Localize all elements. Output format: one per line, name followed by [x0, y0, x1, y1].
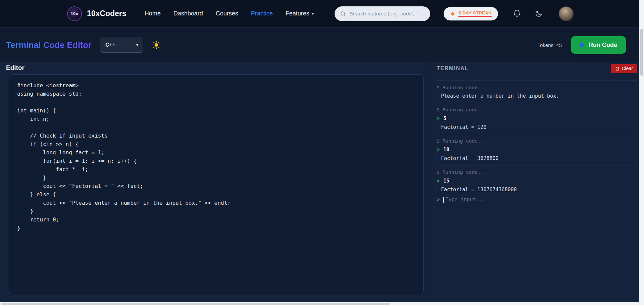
clear-terminal-label: Clear: [622, 66, 633, 71]
nav-item-dashboard[interactable]: Dashboard: [174, 10, 203, 17]
terminal-input-row[interactable]: > Type input...: [437, 197, 637, 203]
terminal-output-line: Factorial = 3628800: [437, 155, 637, 161]
language-select[interactable]: C++ ▾: [100, 38, 143, 53]
toolbar-right: Tokens: 45 Run Code: [537, 36, 626, 54]
terminal-status: $ Running code...: [437, 85, 637, 90]
prompt-icon: >: [437, 197, 440, 203]
search-box[interactable]: [335, 6, 430, 21]
terminal-status: $ Running code...: [437, 138, 637, 144]
terminal-input-line: > 10: [437, 147, 637, 153]
terminal-input-placeholder: Type input...: [446, 197, 485, 203]
nav-item-features[interactable]: Features ▾: [286, 10, 314, 17]
terminal-heading: TERMINAL: [437, 65, 468, 71]
code-editor[interactable]: #include <iostream> using namespace std;…: [9, 74, 424, 294]
code-content[interactable]: #include <iostream> using namespace std;…: [17, 81, 415, 232]
terminal-status: $ Running code...: [437, 169, 637, 175]
terminal-entry: $ Running code... > 5 Factorial = 120: [437, 103, 637, 134]
chevron-down-icon: ▾: [312, 11, 314, 16]
terminal-output[interactable]: $ Running code... Please enter a number …: [437, 81, 637, 206]
tokens-count: Tokens: 45: [537, 42, 562, 48]
chevron-down-icon: ▾: [136, 43, 138, 47]
nav-item-practice[interactable]: Practice: [251, 10, 273, 17]
prompt-icon: >: [437, 147, 440, 153]
terminal-output-line: Factorial = 120: [437, 124, 637, 130]
light-theme-toggle[interactable]: [152, 41, 161, 49]
terminal-entry: $ Running code... > 10 Factorial = 36288…: [437, 134, 637, 165]
play-icon: [580, 42, 585, 48]
flame-icon: [450, 10, 455, 17]
nav-links: Home Dashboard Courses Practice Features…: [145, 10, 314, 17]
horizontal-scrollbar-thumb[interactable]: [1, 303, 390, 305]
terminal-status: $ Running code...: [437, 107, 637, 112]
trash-icon: [615, 66, 620, 71]
notifications-button[interactable]: [513, 9, 521, 18]
search-icon: [340, 11, 346, 17]
vertical-scrollbar-thumb[interactable]: [640, 29, 643, 76]
prompt-icon: >: [437, 178, 440, 184]
nav-item-home[interactable]: Home: [145, 10, 161, 17]
streak-badge: 5 DAY STREAK: [444, 7, 498, 20]
terminal-entry: $ Running code... > 15 Factorial = 13076…: [437, 165, 637, 206]
page-title: Terminal Code Editor: [6, 40, 92, 50]
streak-label: 5 DAY STREAK: [458, 10, 492, 17]
brand-name: 10xCoders: [87, 9, 127, 18]
theme-toggle-button[interactable]: [535, 10, 543, 18]
editor-heading: Editor: [6, 64, 424, 72]
editor-panel: Editor #include <iostream> using namespa…: [0, 62, 429, 294]
sun-icon: [152, 41, 161, 49]
prompt-icon: >: [437, 115, 440, 121]
top-navigation: 10x 10xCoders Home Dashboard Courses Pra…: [0, 0, 644, 28]
main-content: Editor #include <iostream> using namespa…: [0, 62, 644, 294]
clear-terminal-button[interactable]: Clear: [611, 64, 637, 73]
nav-item-courses[interactable]: Courses: [216, 10, 238, 17]
nav-item-features-label: Features: [286, 10, 309, 17]
language-select-value: C++: [105, 42, 115, 48]
terminal-output-line: Please enter a number in the input box.: [437, 93, 637, 99]
vertical-scrollbar[interactable]: [639, 0, 644, 302]
terminal-input-value: 15: [443, 178, 449, 184]
text-cursor: [443, 197, 444, 203]
brand[interactable]: 10x 10xCoders: [67, 6, 127, 21]
terminal-input-value: 10: [443, 147, 449, 153]
terminal-input-line: > 5: [437, 115, 637, 121]
terminal-header: TERMINAL Clear: [437, 64, 637, 73]
brand-logo-text: 10x: [70, 11, 78, 16]
avatar[interactable]: [559, 6, 574, 21]
run-code-label: Run Code: [589, 42, 617, 49]
bell-icon: [513, 9, 521, 18]
editor-toolbar: Terminal Code Editor C++ ▾ Tokens: 45 Ru…: [0, 28, 644, 62]
moon-icon: [535, 10, 543, 18]
terminal-panel: TERMINAL Clear $ Running code... Please …: [429, 62, 644, 294]
horizontal-scrollbar[interactable]: [0, 302, 644, 305]
search-input[interactable]: [349, 11, 425, 17]
run-code-button[interactable]: Run Code: [571, 36, 626, 54]
terminal-input-line: > 15: [437, 178, 637, 184]
terminal-entry: $ Running code... Please enter a number …: [437, 81, 637, 103]
terminal-input-value: 5: [443, 115, 446, 121]
brand-logo-icon: 10x: [67, 6, 82, 21]
terminal-output-line: Factorial = 1307674368000: [437, 187, 637, 193]
